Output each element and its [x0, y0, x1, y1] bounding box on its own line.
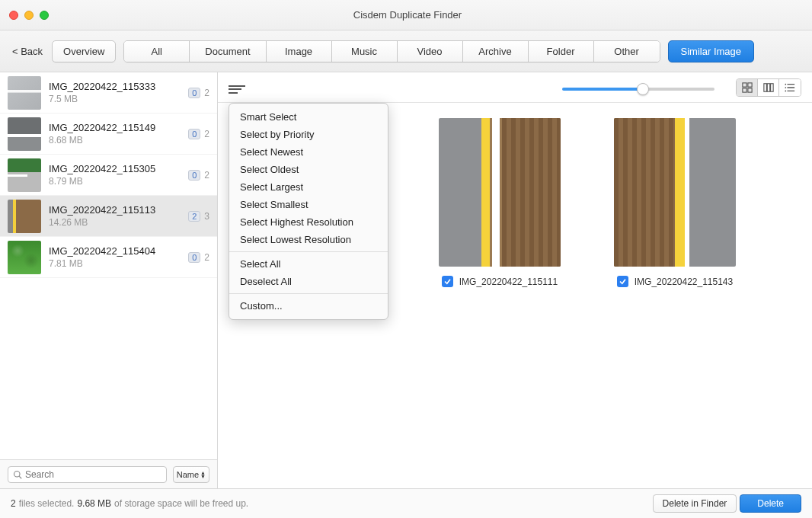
svg-point-14: [785, 90, 786, 91]
category-tabs: All Document Image Music Video Archive F…: [123, 40, 660, 62]
view-grid-button[interactable]: [737, 79, 758, 96]
tab-folder[interactable]: Folder: [529, 41, 594, 62]
tab-document[interactable]: Document: [190, 41, 266, 62]
maximize-icon[interactable]: [40, 11, 49, 20]
status-size: 9.68 MB: [77, 498, 111, 509]
status-text: files selected.: [19, 498, 75, 509]
sidebar-item-selected[interactable]: IMG_20220422_115113 14.26 MB 2 3: [0, 196, 217, 237]
menu-item-deselect-all[interactable]: Deselect All: [229, 273, 388, 290]
sidebar-item[interactable]: IMG_20220422_115305 8.79 MB 0 2: [0, 155, 217, 196]
count-badge: 0 2: [188, 252, 209, 263]
sort-arrows-icon: ▲▼: [200, 471, 206, 478]
svg-rect-2: [742, 82, 746, 86]
sidebar-footer: Name ▲▼: [0, 459, 217, 488]
checkbox[interactable]: [442, 276, 453, 287]
select-menu-dropdown: Smart Select Select by Priority Select N…: [229, 103, 388, 320]
sidebar-item[interactable]: IMG_20220422_115149 8.68 MB 0 2: [0, 114, 217, 155]
thumbnail-icon: [8, 241, 41, 274]
menu-item-select-smallest[interactable]: Select Smallest: [229, 196, 388, 213]
grid-icon: [742, 82, 753, 93]
card-filename: IMG_20220422_115111: [459, 277, 558, 287]
thumbnail-icon: [8, 76, 41, 110]
menu-item-select-highest-res[interactable]: Select Highest Resolution: [229, 213, 388, 231]
thumbnail-icon: [8, 117, 41, 151]
menu-item-select-lowest-res[interactable]: Select Lowest Resolution: [229, 231, 388, 248]
thumbnail-image: [439, 118, 561, 267]
svg-point-12: [785, 83, 786, 85]
statusbar: 2 files selected. 9.68 MB of storage spa…: [0, 488, 812, 518]
check-icon: [619, 277, 627, 286]
search-input-wrap[interactable]: [8, 466, 167, 483]
thumbnail-card[interactable]: IMG_20220422_115143: [599, 118, 751, 287]
sidebar: IMG_20220422_115333 7.5 MB 0 2 IMG_20220…: [0, 72, 218, 488]
check-icon: [443, 277, 452, 286]
menu-item-select-largest[interactable]: Select Largest: [229, 178, 388, 196]
sidebar-list: IMG_20220422_115333 7.5 MB 0 2 IMG_20220…: [0, 72, 217, 459]
thumbnail-size-slider[interactable]: [562, 82, 714, 93]
delete-button[interactable]: Delete: [740, 494, 801, 513]
window-title: Cisdem Duplicate Finder: [49, 9, 766, 21]
search-icon: [13, 470, 22, 479]
traffic-lights: [9, 11, 49, 20]
file-name: IMG_20220422_115404: [49, 245, 181, 257]
tab-image[interactable]: Image: [267, 41, 332, 62]
status-count: 2: [11, 498, 16, 509]
close-icon[interactable]: [9, 11, 18, 20]
file-name: IMG_20220422_115149: [49, 122, 181, 133]
list-icon: [785, 82, 795, 93]
file-size: 14.26 MB: [49, 217, 181, 228]
count-badge: 0 2: [188, 88, 209, 98]
count-badge: 0 2: [188, 129, 209, 139]
delete-in-finder-button[interactable]: Delete in Finder: [653, 494, 737, 513]
tab-other[interactable]: Other: [594, 41, 660, 62]
file-name: IMG_20220422_115333: [49, 81, 181, 92]
count-badge: 0 2: [188, 170, 209, 181]
svg-line-1: [19, 476, 21, 478]
menu-item-custom[interactable]: Custom...: [229, 297, 388, 315]
search-input[interactable]: [25, 469, 161, 480]
checkbox[interactable]: [617, 276, 628, 287]
tab-music[interactable]: Music: [332, 41, 398, 62]
toolbar: < Back Overview All Document Image Music…: [0, 30, 812, 72]
file-size: 7.5 MB: [49, 94, 181, 104]
status-text-b: of storage space will be freed up.: [114, 498, 248, 509]
file-size: 8.79 MB: [49, 176, 181, 187]
svg-rect-8: [770, 83, 773, 91]
view-list-button[interactable]: [779, 79, 801, 96]
tab-archive[interactable]: Archive: [463, 41, 529, 62]
main-panel: Smart Select Select by Priority Select N…: [218, 72, 812, 488]
minimize-icon[interactable]: [24, 11, 34, 20]
menu-item-select-priority[interactable]: Select by Priority: [229, 126, 388, 143]
file-name: IMG_20220422_115305: [49, 163, 181, 174]
titlebar: Cisdem Duplicate Finder: [0, 0, 812, 30]
menu-item-smart-select[interactable]: Smart Select: [229, 108, 388, 126]
count-badge: 2 3: [188, 211, 209, 222]
thumbnail-icon: [8, 200, 41, 233]
menu-item-select-all[interactable]: Select All: [229, 255, 388, 273]
card-filename: IMG_20220422_115143: [635, 277, 733, 287]
sidebar-item[interactable]: IMG_20220422_115333 7.5 MB 0 2: [0, 72, 217, 114]
main-header: Smart Select Select by Priority Select N…: [218, 72, 812, 103]
svg-point-0: [14, 471, 21, 477]
similar-image-button[interactable]: Similar Image: [668, 40, 754, 62]
svg-rect-4: [742, 88, 746, 91]
menu-item-select-newest[interactable]: Select Newest: [229, 143, 388, 161]
view-columns-button[interactable]: [758, 79, 779, 96]
sidebar-item[interactable]: IMG_20220422_115404 7.81 MB 0 2: [0, 237, 217, 278]
select-menu-trigger-icon[interactable]: [229, 82, 245, 94]
columns-icon: [763, 82, 774, 93]
thumbnail-icon: [8, 158, 41, 192]
file-name: IMG_20220422_115113: [49, 204, 181, 216]
menu-item-select-oldest[interactable]: Select Oldest: [229, 161, 388, 178]
slider-input[interactable]: [562, 88, 714, 91]
tab-all[interactable]: All: [124, 41, 190, 62]
thumbnail-image: [614, 118, 736, 267]
file-size: 8.68 MB: [49, 135, 181, 145]
tab-video[interactable]: Video: [398, 41, 463, 62]
back-button[interactable]: < Back: [11, 43, 44, 60]
svg-rect-6: [763, 83, 766, 91]
thumbnail-card[interactable]: IMG_20220422_115111: [424, 118, 576, 287]
view-toggle: [736, 78, 801, 97]
overview-button[interactable]: Overview: [52, 40, 116, 62]
sort-select[interactable]: Name ▲▼: [173, 466, 209, 483]
